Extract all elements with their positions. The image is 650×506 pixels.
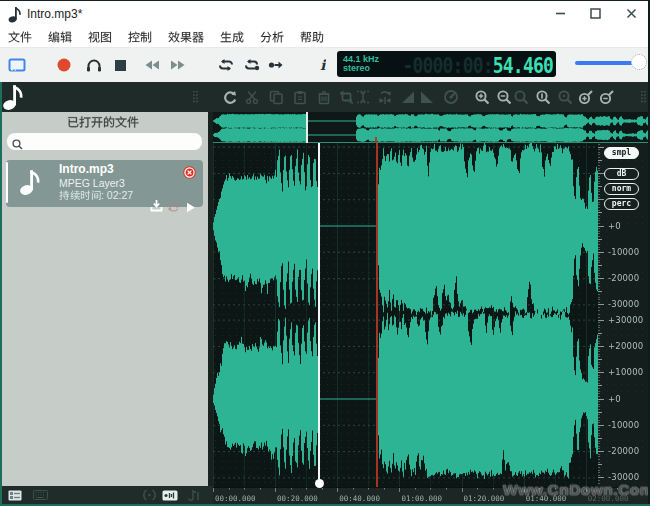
drag-handle — [183, 82, 207, 112]
play-button[interactable] — [80, 48, 108, 82]
win-min-icon — [555, 8, 566, 19]
ocenaudio-window: Intro.mp3* 文件编辑视图控制效果器生成分析帮助 i 44.1 kHz … — [0, 0, 650, 506]
volume-slider-track[interactable] — [575, 61, 635, 65]
gain-knob-icon — [444, 90, 458, 104]
selection-tool-button[interactable] — [3, 48, 31, 82]
file-loop-icon[interactable] — [167, 199, 179, 217]
record-button[interactable] — [50, 48, 78, 82]
stop-icon — [114, 59, 127, 72]
scale-button-dB[interactable]: dB — [604, 168, 639, 180]
undo-icon — [222, 90, 237, 104]
menu-item-generate[interactable]: 生成 — [212, 28, 252, 48]
window-border-left — [0, 82, 2, 506]
maximize-button[interactable] — [578, 0, 612, 26]
play-small-icon — [186, 199, 195, 216]
channel-mode-label: stereo — [343, 64, 379, 73]
play-to-end-button[interactable] — [262, 48, 290, 82]
amplitude-label: +10000 — [608, 367, 643, 377]
zoom-selection-button[interactable] — [531, 82, 555, 112]
time-label: 00:00.000 — [215, 494, 256, 503]
info-button[interactable]: i — [308, 48, 336, 82]
rewind-button[interactable] — [138, 48, 166, 82]
sel-marker-icon — [356, 90, 370, 104]
window-border-top — [0, 0, 650, 1]
menu-item-analyze[interactable]: 分析 — [252, 28, 292, 48]
stop-button[interactable] — [106, 48, 134, 82]
lcd-time-value: 54.460 — [493, 53, 553, 78]
lcd-display: 44.1 kHz stereo -0000:00:54.460 — [337, 51, 556, 77]
vertical-zoom-out-button[interactable] — [595, 82, 619, 112]
zoom-in-icon — [475, 90, 489, 104]
fast-forward-button[interactable] — [164, 48, 192, 82]
handle-icon — [193, 90, 198, 104]
amplitude-label: -20000 — [608, 273, 639, 283]
search-icon — [12, 136, 23, 154]
cut-button[interactable] — [240, 82, 264, 112]
files-tab-note-icon[interactable] — [2, 82, 42, 112]
files-panel-title: 已打开的文件 — [0, 116, 206, 130]
copy-button[interactable] — [264, 82, 288, 112]
loop-icon — [218, 58, 234, 72]
vzoom-in-icon — [579, 90, 593, 104]
volume-slider-knob[interactable] — [631, 54, 647, 70]
delete-button[interactable] — [312, 82, 336, 112]
time-label: 01:00.000 — [401, 494, 442, 503]
close-badge-icon — [183, 165, 196, 182]
time-label: 00:40.000 — [339, 494, 380, 503]
fade-out-icon — [420, 90, 434, 104]
fade-out-button[interactable] — [415, 82, 439, 112]
menu-item-view[interactable]: 视图 — [80, 28, 120, 48]
download-icon — [150, 198, 163, 215]
win-max-icon — [590, 8, 601, 19]
amplitude-label: -20000 — [608, 446, 639, 456]
gain-button[interactable] — [439, 82, 463, 112]
lcd-ghost-digits: -0000:00: — [402, 53, 492, 78]
edit-toolbar — [0, 82, 650, 112]
scale-button-perc[interactable]: perc — [604, 198, 639, 210]
selection-mode-toggle[interactable] — [139, 486, 159, 504]
file-play-icon[interactable] — [186, 199, 195, 217]
forward-icon — [170, 59, 186, 71]
minimize-button[interactable] — [543, 0, 577, 26]
zoom-fit-button[interactable] — [509, 82, 533, 112]
handle-icon — [641, 90, 646, 104]
file-download-icon[interactable] — [150, 198, 163, 216]
loop-button[interactable] — [212, 48, 240, 82]
menu-item-effects[interactable]: 效果器 — [160, 28, 212, 48]
cursor-handle[interactable] — [315, 479, 324, 488]
amplitude-label: -30000 — [608, 299, 639, 309]
zoom-in-button[interactable] — [470, 82, 494, 112]
note-big-icon — [19, 181, 43, 198]
playhead-line — [376, 143, 378, 487]
file-close-icon[interactable] — [183, 165, 196, 183]
search-input[interactable] — [7, 133, 202, 150]
file-list-toggle[interactable] — [5, 486, 25, 504]
trash-icon — [317, 90, 331, 105]
overview-toggle[interactable] — [160, 486, 180, 504]
win-close-icon — [626, 8, 637, 19]
amplitude-label: -10000 — [608, 247, 639, 257]
waveform-display[interactable] — [213, 112, 648, 506]
time-label: 01:40.000 — [526, 494, 567, 503]
paste-button[interactable] — [288, 82, 312, 112]
note-one-icon — [187, 489, 200, 501]
close-button[interactable] — [614, 0, 648, 26]
paste-icon — [293, 90, 307, 105]
menu-item-file[interactable]: 文件 — [0, 28, 40, 48]
selection-marker-button[interactable] — [351, 82, 375, 112]
menu-item-help[interactable]: 帮助 — [292, 28, 332, 48]
menu-item-control[interactable]: 控制 — [120, 28, 160, 48]
undo-button[interactable] — [217, 82, 241, 112]
file-format: MPEG Layer3 — [59, 177, 125, 189]
menu-item-edit[interactable]: 编辑 — [40, 28, 80, 48]
amplitude-label: +0 — [608, 394, 621, 404]
keyboard-toggle[interactable] — [30, 486, 50, 504]
overview-cursor-line — [306, 112, 308, 143]
zoom-100-icon — [558, 90, 572, 104]
zoom-fit-icon — [514, 90, 528, 104]
lcd-time-readout: -0000:00:54.460 — [402, 53, 553, 78]
scale-button-smpl[interactable]: smpl — [604, 147, 639, 159]
jump-selection-button[interactable] — [373, 82, 397, 112]
note-tool-toggle[interactable] — [183, 486, 203, 504]
scale-button-norm[interactable]: norm — [604, 183, 639, 195]
